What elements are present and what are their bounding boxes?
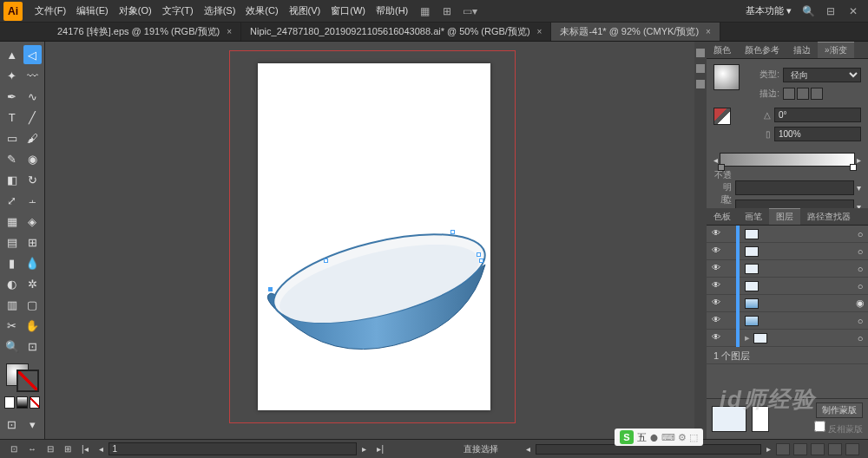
layer-row[interactable]: 👁○ <box>707 226 868 243</box>
workspace-switcher[interactable]: 基本功能 ▾ <box>740 2 797 20</box>
gradient-preview[interactable] <box>713 64 740 90</box>
gradient-slider[interactable] <box>720 153 855 167</box>
status-icon[interactable]: ↔ <box>23 444 42 454</box>
make-mask-button[interactable]: 制作蒙版 <box>816 402 863 418</box>
panel-tab-pathfinder[interactable]: 路径查找器 <box>800 209 858 225</box>
visibility-toggle[interactable]: 👁 <box>710 315 722 327</box>
stroke-swatch[interactable] <box>16 370 39 392</box>
menu-type[interactable]: 文字(T) <box>157 2 199 20</box>
screen-mode[interactable]: ⊡ <box>3 415 22 434</box>
tool-blob[interactable]: ◉ <box>23 149 43 168</box>
tool-line[interactable]: ╱ <box>23 108 43 127</box>
layer-row[interactable]: 👁▸○ <box>707 330 868 347</box>
anchor-point[interactable] <box>479 258 483 263</box>
menu-effect[interactable]: 效果(C) <box>240 2 283 20</box>
ime-extras[interactable]: ⌨ ⚙ ⬚ <box>661 432 698 443</box>
tool-scale[interactable]: ⤢ <box>3 191 22 210</box>
tool-eyedropper[interactable]: 💧 <box>23 253 43 272</box>
new-layer-icon[interactable] <box>828 443 842 455</box>
visibility-toggle[interactable]: 👁 <box>710 263 722 275</box>
tool-magic-wand[interactable]: ✦ <box>3 66 22 85</box>
layer-row[interactable]: 👁○ <box>707 243 868 260</box>
scroll-right[interactable]: ▸ <box>761 444 776 454</box>
layer-row[interactable]: 👁◉ <box>707 295 868 312</box>
slider-arrow-left[interactable]: ◂ <box>713 155 718 165</box>
layer-target[interactable]: ○ <box>856 264 865 274</box>
expand-icon[interactable]: ▸ <box>745 332 750 344</box>
tool-shape-builder[interactable]: ◈ <box>23 212 43 231</box>
layer-target[interactable]: ○ <box>856 246 865 257</box>
panel-tab-stroke[interactable]: 描边 <box>786 43 818 58</box>
stroke-opt-2[interactable] <box>797 88 809 100</box>
gradient-ratio-input[interactable] <box>774 127 861 141</box>
stroke-opt-3[interactable] <box>811 88 823 100</box>
stroke-opt-1[interactable] <box>783 88 795 100</box>
tool-brush[interactable]: 🖌 <box>23 128 43 147</box>
tool-blend[interactable]: ◐ <box>3 274 22 293</box>
menu-view[interactable]: 视图(V) <box>284 2 326 20</box>
panel-tab-layers[interactable]: 图层 <box>769 208 800 225</box>
menu-window[interactable]: 窗口(W) <box>326 2 371 20</box>
gradient-type-select[interactable]: 径向 <box>783 68 861 82</box>
tool-slice[interactable]: ✂ <box>3 316 22 335</box>
layer-target[interactable]: ○ <box>856 333 865 344</box>
dock-icon[interactable] <box>696 64 705 73</box>
tool-width[interactable]: ⫠ <box>23 191 43 210</box>
menu-help[interactable]: 帮助(H) <box>371 2 413 20</box>
tool-eraser[interactable]: ◧ <box>3 170 22 189</box>
slider-arrow-right[interactable]: ▸ <box>857 155 861 165</box>
tool-rect[interactable]: ▭ <box>3 128 22 147</box>
view-icon[interactable]: ▭▾ <box>461 3 478 20</box>
anchor-point[interactable] <box>324 258 328 263</box>
panel-footer-icon[interactable] <box>793 443 807 455</box>
search-icon[interactable]: 🔍 <box>799 3 817 20</box>
layer-target[interactable]: ○ <box>856 229 865 239</box>
layer-thumb[interactable] <box>745 316 759 326</box>
gradient-stop[interactable] <box>850 164 857 171</box>
layer-thumb[interactable] <box>745 246 759 257</box>
tab-close-2[interactable]: × <box>706 27 711 36</box>
layer-thumb[interactable] <box>745 298 759 309</box>
zoom-in[interactable]: ⊞ <box>59 444 76 454</box>
artboard[interactable] <box>258 63 490 410</box>
tool-pen[interactable]: ✒ <box>3 87 22 106</box>
tool-selection[interactable]: ▲ <box>3 45 22 64</box>
visibility-toggle[interactable]: 👁 <box>710 228 722 240</box>
tool-extra[interactable]: ⊡ <box>23 337 43 356</box>
tool-artboard[interactable]: ▢ <box>23 295 43 314</box>
tool-hand[interactable]: ✋ <box>23 316 43 335</box>
tab-close-0[interactable]: × <box>227 27 232 36</box>
change-screen[interactable]: ▾ <box>23 415 43 434</box>
tool-rotate[interactable]: ↻ <box>23 170 43 189</box>
boat-shape[interactable] <box>249 211 501 350</box>
anchor-point[interactable] <box>477 252 481 257</box>
gradient-edit-swatch[interactable] <box>713 108 731 125</box>
layer-target[interactable]: ◉ <box>856 298 865 309</box>
opacity-input[interactable] <box>735 180 854 195</box>
tool-free-transform[interactable]: ▦ <box>3 212 22 231</box>
nav-first[interactable]: |◂ <box>76 444 94 454</box>
menu-object[interactable]: 对象(O) <box>114 2 157 20</box>
visibility-toggle[interactable]: 👁 <box>710 280 722 292</box>
layer-row[interactable]: 👁○ <box>707 312 868 330</box>
layer-row[interactable]: 👁○ <box>707 278 868 295</box>
layer-thumb[interactable] <box>753 333 767 344</box>
dock-icon[interactable] <box>696 80 705 88</box>
menu-file[interactable]: 文件(F) <box>30 2 71 20</box>
tab-close-1[interactable]: × <box>537 27 542 36</box>
doc-tab-0[interactable]: 24176 [转换].eps @ 191% (RGB/预览)× <box>49 23 241 41</box>
color-mode-none[interactable] <box>30 396 40 409</box>
visibility-toggle[interactable]: 👁 <box>710 298 722 310</box>
panel-tab-color-guide[interactable]: 颜色参考 <box>738 43 786 58</box>
layer-target[interactable]: ○ <box>856 281 865 291</box>
tool-symbol[interactable]: ✲ <box>23 274 43 293</box>
panel-tab-gradient[interactable]: »渐变 <box>818 42 854 58</box>
tool-lasso[interactable]: 〰 <box>23 66 43 85</box>
layer-target[interactable]: ○ <box>856 316 865 326</box>
panel-footer-icon[interactable] <box>776 443 790 455</box>
doc-tab-2[interactable]: 未标题-41* @ 92% (CMYK/预览)× <box>551 23 720 41</box>
nav-last[interactable]: ▸| <box>372 444 389 454</box>
ime-indicator[interactable]: S 五 ⬤ ⌨ ⚙ ⬚ <box>615 429 703 446</box>
layer-thumb[interactable] <box>745 229 759 239</box>
nav-prev[interactable]: ◂ <box>94 444 108 454</box>
